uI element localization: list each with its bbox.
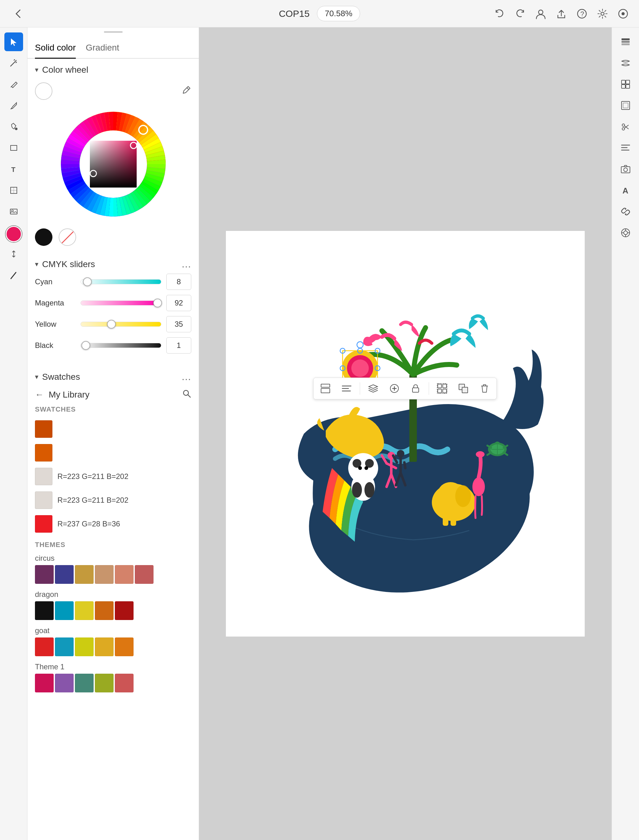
back-button[interactable] (10, 6, 26, 22)
goat-color-1[interactable] (35, 638, 54, 656)
black-track-container[interactable] (81, 341, 161, 350)
dragon-color-5[interactable] (115, 601, 134, 620)
yellow-value[interactable]: 35 (166, 316, 191, 332)
no-color[interactable] (59, 228, 76, 246)
theme1-color-1[interactable] (35, 674, 54, 692)
current-color[interactable] (35, 228, 52, 246)
text-tool[interactable]: T (4, 160, 23, 178)
tab-solid-color[interactable]: Solid color (35, 43, 76, 59)
theme1-color-3[interactable] (75, 674, 94, 692)
settings-button[interactable] (596, 7, 609, 21)
color-wheel-svg[interactable] (54, 105, 173, 223)
share-button[interactable] (555, 7, 567, 21)
swatch-item-2[interactable] (35, 441, 191, 465)
canvas-surface[interactable] (226, 231, 585, 636)
cyan-thumb[interactable] (83, 277, 92, 286)
swatch-item-1[interactable] (35, 417, 191, 441)
goat-color-4[interactable] (95, 638, 114, 656)
align-panel-button[interactable] (616, 138, 635, 157)
black-thumb[interactable] (81, 341, 90, 350)
magenta-value[interactable]: 92 (166, 295, 191, 311)
circus-color-1[interactable] (35, 565, 54, 584)
ft-arrange-button[interactable] (455, 380, 471, 396)
theme1-color-5[interactable] (115, 674, 134, 692)
cyan-track-container[interactable] (81, 277, 161, 286)
goat-color-5[interactable] (115, 638, 134, 656)
svg-point-76 (351, 360, 369, 377)
fill-tool[interactable] (4, 117, 23, 136)
ft-add-button[interactable] (386, 380, 402, 396)
swatches-chevron[interactable]: ▾ (35, 373, 38, 381)
redo-button[interactable] (514, 7, 526, 21)
layers-panel-button[interactable] (616, 32, 635, 51)
ft-group-button[interactable] (434, 380, 450, 396)
type-panel-button[interactable]: A (616, 181, 635, 200)
theme1-color-4[interactable] (95, 674, 114, 692)
cmyk-chevron[interactable]: ▾ (35, 260, 38, 268)
yellow-track-container[interactable] (81, 320, 161, 329)
swatch-item-3[interactable]: R=223 G=211 B=202 (35, 465, 191, 488)
swatches-more-button[interactable]: … (181, 371, 191, 383)
magic-wand-tool[interactable] (4, 54, 23, 72)
fx-panel-button[interactable] (616, 54, 635, 72)
color-wheel[interactable] (54, 105, 173, 223)
stroke-tool[interactable] (4, 266, 23, 285)
swatch-item-4[interactable]: R=223 G=211 B=202 (35, 488, 191, 512)
goat-color-2[interactable] (55, 638, 74, 656)
circus-color-2[interactable] (55, 565, 74, 584)
tab-gradient[interactable]: Gradient (86, 43, 119, 59)
swatch-item-5[interactable]: R=237 G=28 B=36 (35, 512, 191, 536)
black-value[interactable]: 1 (166, 337, 191, 353)
color-preview[interactable] (35, 83, 52, 100)
undo-button[interactable] (494, 7, 505, 21)
circus-color-5[interactable] (115, 565, 134, 584)
color-wheel-chevron[interactable]: ▾ (35, 66, 38, 74)
eyedropper-tool[interactable] (181, 85, 191, 97)
ft-layout-button[interactable] (317, 380, 334, 396)
ft-lock-button[interactable] (407, 380, 424, 396)
selection-panel-button[interactable] (616, 96, 635, 115)
svg-rect-21 (623, 103, 628, 108)
canvas-area[interactable] (199, 27, 612, 840)
dragon-color-1[interactable] (35, 601, 54, 620)
circus-color-4[interactable] (95, 565, 114, 584)
properties-panel-button[interactable] (616, 75, 635, 94)
cmyk-more-button[interactable]: … (181, 258, 191, 270)
layers-icon[interactable] (617, 7, 629, 21)
goat-color-3[interactable] (75, 638, 94, 656)
dragon-color-4[interactable] (95, 601, 114, 620)
rectangle-tool[interactable] (4, 138, 23, 157)
camera-panel-button[interactable] (616, 160, 635, 178)
arrange-tool[interactable] (4, 245, 23, 263)
svg-line-48 (188, 395, 190, 397)
image-tool[interactable] (4, 202, 23, 221)
circus-color-3[interactable] (75, 565, 94, 584)
swatches-back-button[interactable]: ← (35, 390, 44, 400)
theme1-color-2[interactable] (55, 674, 74, 692)
magenta-track-container[interactable] (81, 299, 161, 307)
brush-tool[interactable] (4, 96, 23, 115)
circus-color-6[interactable] (135, 565, 154, 584)
ft-delete-button[interactable] (477, 380, 493, 396)
ft-divider-1 (360, 382, 360, 395)
zoom-level[interactable]: 70.58% (317, 6, 360, 21)
scissors-tool[interactable] (616, 117, 635, 136)
select-tool[interactable] (4, 32, 23, 51)
swatches-search-button[interactable] (182, 389, 191, 400)
dragon-color-3[interactable] (75, 601, 94, 620)
link-panel-button[interactable] (616, 202, 635, 221)
symbols-panel-button[interactable] (616, 223, 635, 242)
user-icon[interactable] (535, 7, 547, 21)
transform-tool[interactable] (4, 181, 23, 200)
cyan-value[interactable]: 8 (166, 274, 191, 290)
black-label: Black (35, 341, 76, 350)
pen-tool[interactable] (4, 75, 23, 94)
magenta-thumb[interactable] (153, 299, 162, 307)
color-panel: Solid color Gradient ▾ Color wheel (27, 27, 199, 840)
yellow-thumb[interactable] (107, 320, 116, 329)
help-button[interactable]: ? (576, 7, 588, 21)
ft-layers-button[interactable] (365, 380, 381, 396)
ft-align-button[interactable] (339, 380, 355, 396)
dragon-color-2[interactable] (55, 601, 74, 620)
color-picker-active[interactable] (6, 226, 22, 242)
